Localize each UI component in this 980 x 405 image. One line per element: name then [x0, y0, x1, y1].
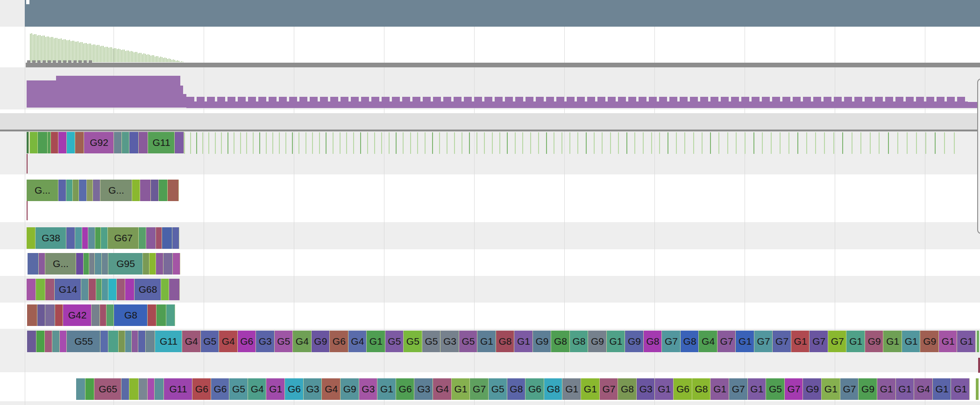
- timeline-viewport: G92G11G...G...G38G67G...G95G14G68G42G8G5…: [0, 0, 980, 405]
- scrollbar-thumb[interactable]: [977, 79, 980, 234]
- scrollbar-layer: [0, 0, 980, 405]
